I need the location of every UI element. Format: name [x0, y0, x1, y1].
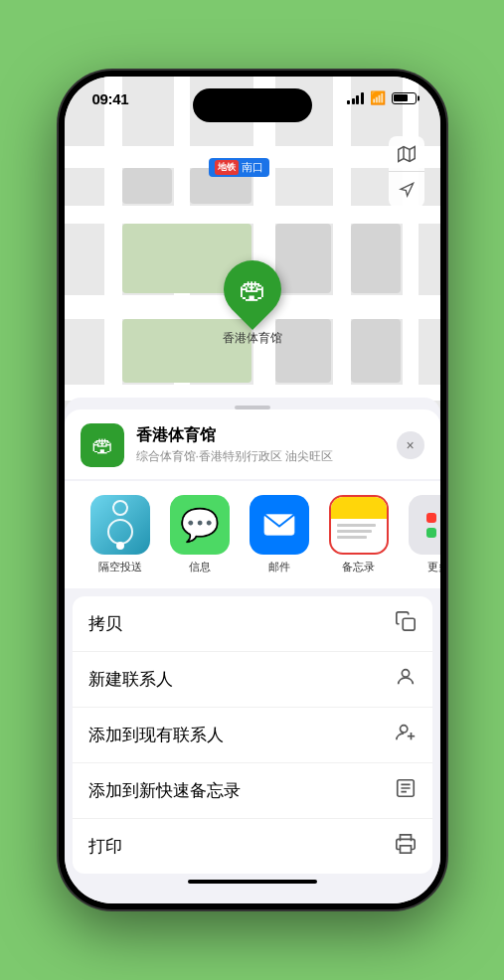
airdrop-label: 隔空投送 — [98, 560, 142, 574]
battery-icon — [392, 92, 417, 104]
marker-label: 香港体育馆 — [223, 330, 282, 347]
action-new-contact-label: 新建联系人 — [88, 668, 173, 691]
svg-marker-0 — [401, 183, 414, 196]
share-apps-row: 隔空投送 💬 信息 邮件 — [65, 481, 440, 588]
notes-icon — [329, 495, 389, 555]
app-more[interactable]: 更多 — [399, 495, 440, 574]
action-new-contact[interactable]: 新建联系人 — [73, 652, 432, 708]
more-label: 更多 — [427, 560, 440, 574]
phone-screen: 地铁 南口 🏟 香港体育馆 — [65, 77, 440, 903]
dynamic-island — [193, 88, 312, 122]
signal-icon — [347, 92, 364, 104]
location-subtitle: 综合体育馆·香港特别行政区 油尖旺区 — [136, 448, 397, 465]
status-time: 09:41 — [92, 90, 129, 107]
person-icon — [395, 666, 417, 693]
messages-label: 信息 — [189, 560, 211, 574]
action-quick-note-label: 添加到新快速备忘录 — [88, 779, 241, 802]
messages-icon: 💬 — [170, 495, 230, 555]
marker-pin: 🏟 — [211, 248, 292, 330]
location-name: 香港体育馆 — [136, 425, 397, 446]
mail-label: 邮件 — [268, 560, 290, 574]
mail-icon — [250, 495, 309, 555]
svg-point-4 — [400, 726, 407, 733]
copy-icon — [395, 610, 417, 637]
app-airdrop[interactable]: 隔空投送 — [81, 495, 160, 574]
action-print[interactable]: 打印 — [73, 819, 432, 874]
airdrop-icon — [90, 495, 150, 555]
map-controls — [389, 136, 424, 208]
app-notes[interactable]: 备忘录 — [319, 495, 399, 574]
action-add-existing-label: 添加到现有联系人 — [88, 724, 224, 746]
print-icon — [395, 833, 417, 860]
app-mail[interactable]: 邮件 — [240, 495, 319, 574]
stadium-icon: 🏟 — [239, 273, 266, 306]
location-info: 香港体育馆 综合体育馆·香港特别行政区 油尖旺区 — [136, 425, 397, 465]
location-venue-icon: 🏟 — [81, 423, 124, 467]
share-sheet: 🏟 香港体育馆 综合体育馆·香港特别行政区 油尖旺区 × — [65, 398, 440, 903]
wifi-icon: 📶 — [370, 90, 386, 105]
person-add-icon — [395, 722, 417, 748]
action-print-label: 打印 — [88, 835, 122, 858]
status-icons: 📶 — [347, 90, 417, 105]
map-type-button[interactable] — [389, 136, 424, 172]
notes-label: 备忘录 — [342, 560, 375, 574]
metro-name: 南口 — [242, 160, 263, 175]
home-indicator — [188, 880, 317, 884]
app-messages[interactable]: 💬 信息 — [160, 495, 240, 574]
metro-station-label: 地铁 南口 — [209, 158, 269, 177]
location-button[interactable] — [389, 172, 424, 208]
close-button[interactable]: × — [397, 431, 424, 459]
action-add-existing[interactable]: 添加到现有联系人 — [73, 708, 432, 763]
location-marker: 🏟 香港体育馆 — [223, 260, 282, 347]
svg-rect-2 — [403, 618, 415, 630]
metro-badge: 地铁 — [215, 160, 239, 175]
action-quick-note[interactable]: 添加到新快速备忘录 — [73, 763, 432, 819]
action-copy[interactable]: 拷贝 — [73, 596, 432, 652]
location-header: 🏟 香港体育馆 综合体育馆·香港特别行政区 油尖旺区 × — [65, 409, 440, 479]
more-icon — [409, 495, 440, 555]
action-copy-label: 拷贝 — [88, 612, 122, 635]
action-list: 拷贝 新建联系人 — [73, 596, 432, 874]
svg-rect-11 — [400, 846, 411, 853]
svg-point-3 — [402, 670, 409, 677]
note-icon — [395, 777, 417, 804]
phone-frame: 地铁 南口 🏟 香港体育馆 — [59, 71, 446, 909]
